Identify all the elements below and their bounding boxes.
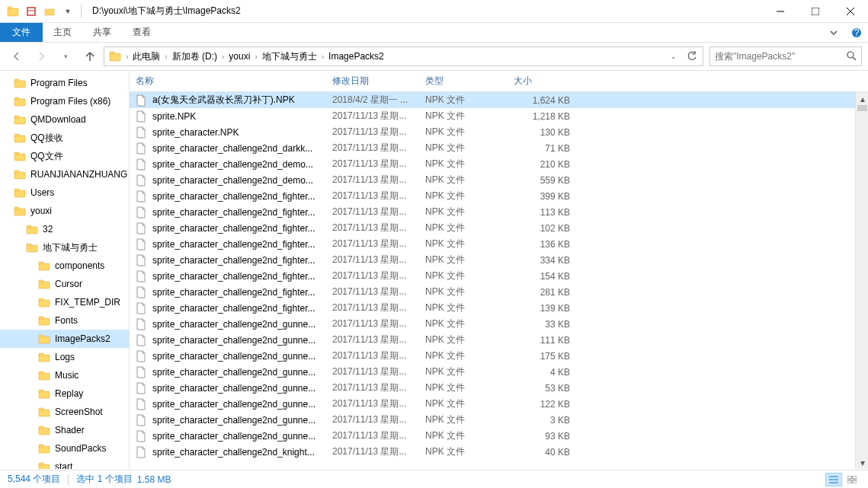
file-row[interactable]: sprite_character_challenge2nd_fighter...… [130, 284, 868, 300]
svg-rect-56 [39, 445, 43, 447]
nav-back-button[interactable] [6, 46, 27, 67]
column-date[interactable]: 修改日期 [326, 71, 419, 91]
file-row[interactable]: sprite_character_challenge2nd_gunne...20… [130, 428, 868, 444]
minimize-button[interactable] [763, 0, 798, 23]
address-bar[interactable]: › 此电脑 › 新加卷 (D:) › youxi › 地下城与勇士 › Imag… [104, 46, 703, 66]
help-icon[interactable]: ? [845, 23, 868, 42]
tree-item[interactable]: ImagePacks2 [0, 330, 129, 348]
qat-newfolder-icon[interactable] [41, 3, 58, 20]
file-icon [136, 158, 148, 171]
scrollbar-thumb[interactable] [857, 105, 867, 111]
tree-item[interactable]: QMDownload [0, 110, 129, 129]
tree-item[interactable]: ScreenShot [0, 403, 129, 421]
crumb-folder[interactable]: 地下城与勇士 [259, 47, 320, 65]
column-size[interactable]: 大小 [508, 71, 576, 91]
file-name: a(女鬼天全武器改长黑刀补丁).NPK [152, 94, 295, 107]
tree-item[interactable]: Program Files (x86) [0, 92, 129, 110]
chevron-right-icon[interactable]: › [253, 53, 258, 61]
svg-rect-26 [14, 171, 19, 173]
nav-forward-button[interactable] [30, 46, 52, 67]
chevron-right-icon[interactable]: › [124, 53, 130, 61]
svg-rect-53 [39, 428, 50, 435]
nav-up-button[interactable] [79, 46, 101, 67]
maximize-button[interactable] [798, 0, 833, 23]
tab-share[interactable]: 共享 [82, 23, 122, 42]
file-row[interactable]: sprite_character_challenge2nd_gunne...20… [130, 332, 868, 348]
scroll-up-icon[interactable]: ▴ [856, 92, 868, 105]
tab-file[interactable]: 文件 [0, 23, 43, 42]
crumb-drive[interactable]: 新加卷 (D:) [169, 47, 220, 65]
address-dropdown-icon[interactable]: ⌄ [665, 47, 683, 65]
status-selected-count: 选中 1 个项目 [76, 473, 132, 486]
tree-item[interactable]: Users [0, 183, 129, 202]
tab-view[interactable]: 查看 [122, 23, 162, 42]
folder-icon [14, 187, 26, 199]
tree-item[interactable]: RUANJIANANZHUANG [0, 165, 129, 183]
search-box[interactable] [709, 46, 862, 66]
file-row[interactable]: sprite_character_challenge2nd_gunne...20… [130, 380, 868, 396]
close-button[interactable] [833, 0, 868, 23]
qat-properties-icon[interactable] [23, 3, 40, 20]
tree-item[interactable]: Replay [0, 384, 129, 403]
tree-item[interactable]: start [0, 458, 129, 469]
tree-item[interactable]: Fonts [0, 311, 129, 330]
file-row[interactable]: sprite_character_challenge2nd_gunne...20… [130, 316, 868, 332]
file-row[interactable]: sprite_character_challenge2nd_gunne...20… [130, 364, 868, 380]
tree-item[interactable]: QQ文件 [0, 147, 129, 165]
tree-item[interactable]: Shader [0, 421, 129, 439]
column-name[interactable]: 名称 [130, 71, 326, 91]
nav-recent-icon[interactable]: ▾ [55, 46, 76, 67]
navigation-tree[interactable]: Program FilesProgram Files (x86)QMDownlo… [0, 71, 130, 469]
tree-item[interactable]: FIX_TEMP_DIR [0, 293, 129, 311]
tree-item[interactable]: 32 [0, 220, 129, 238]
qat-dropdown-icon[interactable]: ▼ [59, 3, 76, 20]
file-row[interactable]: sprite_character_challenge2nd_fighter...… [130, 204, 868, 220]
tree-item[interactable]: Music [0, 366, 129, 384]
tree-item[interactable]: Program Files [0, 74, 129, 92]
file-row[interactable]: sprite.NPK2017/11/13 星期...NPK 文件1,218 KB [130, 108, 868, 124]
view-icons-button[interactable] [844, 473, 860, 486]
refresh-icon[interactable] [683, 47, 701, 65]
file-row[interactable]: sprite_character.NPK2017/11/13 星期...NPK … [130, 124, 868, 140]
column-type[interactable]: 类型 [419, 71, 508, 91]
file-row[interactable]: a(女鬼天全武器改长黑刀补丁).NPK2018/4/2 星期一 ...NPK 文… [130, 92, 868, 108]
file-row[interactable]: sprite_character_challenge2nd_fighter...… [130, 252, 868, 268]
file-row[interactable]: sprite_character_challenge2nd_fighter...… [130, 220, 868, 236]
tree-item[interactable]: Logs [0, 348, 129, 366]
tree-item[interactable]: 地下城与勇士 [0, 238, 129, 257]
file-row[interactable]: sprite_character_challenge2nd_fighter...… [130, 268, 868, 284]
view-details-button[interactable] [825, 473, 842, 486]
tree-item[interactable]: youxi [0, 202, 129, 220]
svg-rect-49 [39, 391, 50, 398]
tree-item[interactable]: SoundPacks [0, 439, 129, 458]
crumb-folder[interactable]: ImagePacks2 [325, 47, 387, 65]
svg-rect-1 [8, 7, 12, 9]
file-row[interactable]: sprite_character_challenge2nd_demo...201… [130, 156, 868, 172]
tree-item[interactable]: QQ接收 [0, 129, 129, 147]
search-input[interactable] [715, 51, 846, 62]
file-type: NPK 文件 [419, 190, 508, 203]
search-icon[interactable] [846, 50, 857, 63]
crumb-folder[interactable]: youxi [226, 47, 253, 65]
file-row[interactable]: sprite_character_challenge2nd_darkk...20… [130, 140, 868, 156]
file-row[interactable]: sprite_character_challenge2nd_knight...2… [130, 444, 868, 460]
vertical-scrollbar[interactable]: ▴ ▾ [855, 92, 868, 469]
file-row[interactable]: sprite_character_challenge2nd_fighter...… [130, 300, 868, 316]
file-name: sprite_character_challenge2nd_fighter... [152, 303, 315, 314]
file-row[interactable]: sprite_character_challenge2nd_fighter...… [130, 236, 868, 252]
svg-rect-39 [39, 300, 50, 307]
file-row[interactable]: sprite_character_challenge2nd_demo...201… [130, 172, 868, 188]
file-row[interactable]: sprite_character_challenge2nd_gunne...20… [130, 396, 868, 412]
tree-item[interactable]: components [0, 257, 129, 275]
chevron-right-icon[interactable]: › [320, 53, 325, 61]
scroll-down-icon[interactable]: ▾ [856, 456, 868, 469]
crumb-root[interactable]: 此电脑 [130, 47, 163, 65]
tree-item[interactable]: Cursor [0, 275, 129, 293]
ribbon-expand-icon[interactable] [822, 23, 845, 42]
file-row[interactable]: sprite_character_challenge2nd_fighter...… [130, 188, 868, 204]
chevron-right-icon[interactable]: › [163, 53, 168, 61]
chevron-right-icon[interactable]: › [220, 53, 226, 61]
file-row[interactable]: sprite_character_challenge2nd_gunne...20… [130, 348, 868, 364]
tab-home[interactable]: 主页 [43, 23, 82, 42]
file-row[interactable]: sprite_character_challenge2nd_gunne...20… [130, 412, 868, 428]
